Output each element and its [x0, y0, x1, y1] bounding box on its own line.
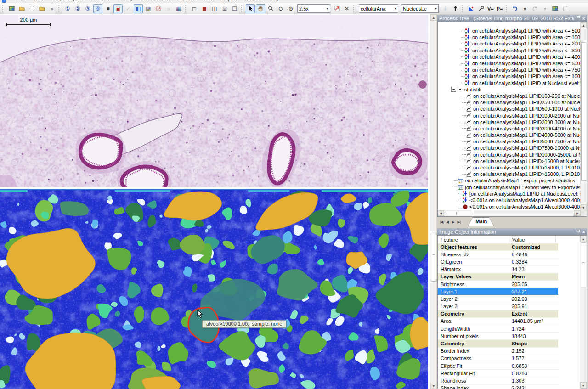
save-project-icon[interactable]: ● — [47, 4, 57, 13]
tab-first-button[interactable]: |◀ — [438, 220, 445, 224]
scroll-up-button[interactable]: ▲ — [430, 14, 437, 21]
process-tree-item[interactable]: <0.001s on cellularAnalysisMap1 Alveol30… — [438, 203, 580, 210]
process-tree-item[interactable]: on cellularAnalysisMap1 LIPID with Area … — [438, 47, 580, 54]
thumbnail-grid-icon[interactable]: ▦ — [174, 4, 183, 13]
process-tree-item[interactable]: on cellularAnalysisMap1 LIPID>15000 at N… — [438, 158, 580, 164]
feature-column-header[interactable]: Feature — [438, 236, 509, 243]
histology-view[interactable]: 200 µm — [0, 15, 428, 187]
feature-row[interactable]: Layer 1207.21 — [438, 288, 558, 295]
redo-dropdown-icon[interactable]: ▾ — [541, 4, 550, 13]
process-tree-horizontal-scrollbar[interactable]: ◀ ▶ — [438, 210, 581, 216]
process-tree-item[interactable]: on cellularAnalysisMap1 LIPID3000-4000 a… — [438, 125, 580, 132]
process-tree-item[interactable]: [on cellularAnalysisMap1 LIPID at Nucleu… — [438, 191, 580, 197]
process-tree-item[interactable]: on cellularAnalysisMap1 LIPID500-1000 at… — [438, 106, 580, 112]
feature-row[interactable]: Number of pixels18443 — [438, 333, 558, 340]
process-tree-item[interactable]: on cellularAnalysisMap1 LIPID with Area … — [438, 54, 580, 60]
feature-row[interactable]: Shape index2.242 — [438, 385, 558, 389]
menu-item-image-objects[interactable]: Image Objects — [47, 0, 87, 1]
zoom-select-icon[interactable] — [266, 4, 275, 13]
level-combo[interactable]: NucleusLe▾ — [401, 4, 439, 13]
samples-view-icon[interactable]: ✓ — [124, 4, 133, 13]
info-scroll-up-button[interactable]: ▲ — [580, 236, 587, 242]
feature-row[interactable]: Brightness205.05 — [438, 281, 558, 288]
cursor-icon[interactable] — [246, 4, 255, 13]
tab-prev-button[interactable]: ◀ — [445, 220, 450, 224]
process-tree-item[interactable]: on cellularAnalysisMap1 LIPID with Area … — [438, 28, 580, 34]
process-tree-item[interactable]: statistik — [438, 86, 580, 93]
tab-main[interactable]: Main — [468, 218, 495, 226]
menu-item-tools[interactable]: Tools — [199, 0, 218, 1]
zoom-out-icon[interactable]: ⊖ — [276, 4, 285, 13]
process-tree-item[interactable]: on cellularAnalysisMap1 LIPID with Area … — [438, 60, 580, 67]
snapshot-icon[interactable] — [551, 4, 560, 13]
tree-scrollbar-thumb[interactable] — [581, 42, 586, 181]
process-tree-vertical-scrollbar[interactable]: ▲ ▼ — [580, 22, 587, 210]
process-tree-item[interactable]: on cellularAnalysisMap1 LIPID2000-3000 a… — [438, 119, 580, 125]
process-tree-item[interactable]: on cellularAnalysisMap1 LIPID with Area … — [438, 73, 580, 79]
zoom-combo[interactable]: 2.5x▾ — [297, 4, 330, 13]
classification-view[interactable]: alveol>10000 1.00; sample: none — [0, 190, 428, 389]
open-folder-icon[interactable] — [17, 4, 26, 13]
delete-level-icon[interactable]: ✕ — [342, 4, 351, 13]
process-tree-item[interactable]: on cellularAnalysisMap1 LIPID1000-2000 a… — [438, 112, 580, 118]
map-combo[interactable]: cellularAna▾ — [359, 4, 398, 13]
feature-row[interactable]: Border index2.152 — [438, 348, 558, 355]
value-column-header[interactable]: Value — [509, 236, 556, 243]
feature-row[interactable]: Blueness_JZ0.4846 — [438, 251, 558, 258]
menu-item-window[interactable]: Window — [240, 0, 266, 1]
menu-item-help[interactable]: Help — [266, 0, 283, 1]
feature-row[interactable]: Hämatox14.23 — [438, 266, 558, 273]
undo-icon[interactable] — [510, 4, 520, 13]
info-scroll-down-button[interactable]: ▼ — [580, 382, 587, 389]
process-tree-item[interactable]: on cellularAnalysisMap1 : export project… — [438, 177, 580, 184]
split-quad-icon[interactable]: ⊞ — [220, 4, 229, 13]
tab-last-button[interactable]: ▶| — [456, 220, 463, 224]
feature-row[interactable]: Layer 2202.03 — [438, 295, 558, 303]
close-icon[interactable]: × — [582, 16, 585, 21]
split-horizontal-icon[interactable]: ◫ — [210, 4, 219, 13]
comparison-view-icon[interactable]: ◧ — [134, 4, 143, 13]
view-layout-3-icon[interactable]: ③ — [83, 4, 92, 13]
info-scrollbar-thumb[interactable] — [581, 242, 586, 287]
scroll-down-button[interactable]: ▼ — [430, 383, 437, 389]
menu-item-file[interactable]: File — [14, 0, 29, 1]
pan-hand-icon[interactable] — [256, 4, 265, 13]
tab-next-button[interactable]: ▶ — [450, 220, 456, 224]
feature-row[interactable]: Rectangular Fit0.8283 — [438, 370, 558, 377]
copy-view-icon[interactable] — [561, 4, 570, 13]
menu-item-view[interactable]: View — [29, 0, 48, 1]
process-tree-item[interactable]: on cellularAnalysisMap1 LIPID4000-5000 a… — [438, 132, 580, 138]
open-project-icon[interactable] — [37, 4, 46, 13]
process-tree-item[interactable]: on cellularAnalysisMap1 LIPID at Nucleus… — [438, 80, 580, 86]
feature-row[interactable]: Area14401.85 µm² — [438, 318, 558, 325]
tree-scroll-left-button[interactable]: ◀ — [438, 210, 444, 216]
pixel-view-icon[interactable]: ▨ — [144, 4, 153, 13]
process-tree-item[interactable]: [on cellularAnalysisMap1 : export view t… — [438, 184, 580, 191]
feature-row[interactable]: CIEgreen0.3284 — [438, 258, 558, 265]
pane-red-icon[interactable]: ◼ — [200, 4, 209, 13]
tree-hscrollbar-thumb[interactable] — [445, 211, 472, 216]
feature-row[interactable]: Roundness1.303 — [438, 377, 558, 384]
viewport-scrollbar-thumb[interactable] — [431, 232, 436, 282]
collapse-icon[interactable] — [451, 87, 456, 92]
fit-view-icon[interactable] — [332, 4, 341, 13]
workspace-icon[interactable] — [7, 4, 16, 13]
menu-item-library[interactable]: Library — [113, 0, 136, 1]
view-settings-v-button[interactable]: V= — [486, 6, 495, 11]
undo-dropdown-icon[interactable]: ▾ — [520, 4, 530, 13]
level-down-icon[interactable] — [441, 4, 450, 13]
new-document-icon[interactable] — [27, 4, 36, 13]
measure-warning-icon[interactable] — [466, 4, 475, 13]
menu-item-analysis[interactable]: Analysis — [87, 0, 113, 1]
process-tree-item[interactable]: on cellularAnalysisMap1 LIPID with Area … — [438, 67, 580, 73]
level-up-icon[interactable] — [451, 4, 460, 13]
process-tree-item[interactable]: on cellularAnalysisMap1 LIPID>15000, LIP… — [438, 164, 580, 171]
layer-stack-icon[interactable]: ❏ — [230, 4, 239, 13]
process-tree-item[interactable]: on cellularAnalysisMap1 LIPID7500-10000 … — [438, 145, 580, 151]
view-layout-2-icon[interactable]: ② — [73, 4, 82, 13]
pin-icon[interactable] — [576, 16, 581, 21]
viewport-vertical-scrollbar[interactable]: ▲ ▼ — [430, 14, 437, 389]
process-tree-item[interactable]: <0.001s on cellularAnalysisMap1 Alveol30… — [438, 197, 580, 203]
feature-row[interactable]: Elliptic Fit0.6853 — [438, 362, 558, 370]
object-info-vertical-scrollbar[interactable]: ▲ ▼ — [580, 236, 587, 389]
